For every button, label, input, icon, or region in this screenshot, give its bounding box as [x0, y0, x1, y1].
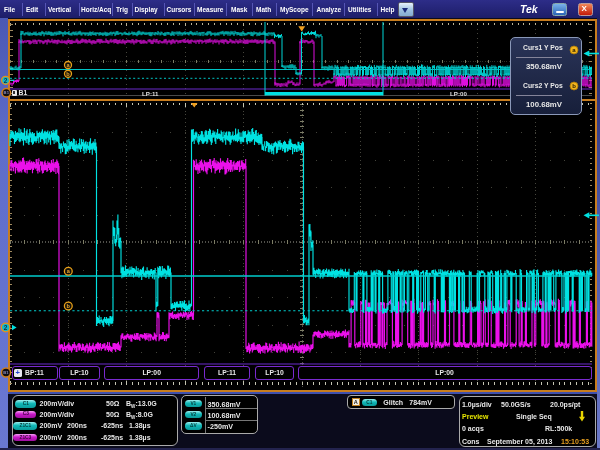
svg-text:b: b — [572, 83, 576, 89]
